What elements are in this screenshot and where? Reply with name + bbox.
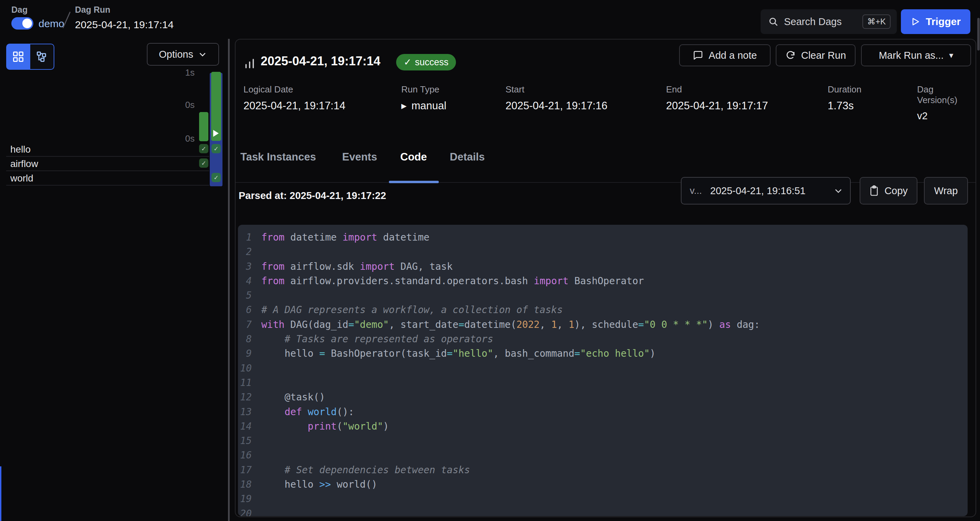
dag-name-link[interactable]: demo: [38, 18, 64, 30]
code-lines: 1from datetime import datetime23from air…: [238, 230, 967, 516]
task-instance-airflow-run1[interactable]: ✓: [199, 159, 208, 168]
view-mode-switcher: [6, 44, 54, 70]
code-line: 12 @task(): [238, 390, 967, 405]
code-line: 3from airflow.sdk import DAG, task: [238, 259, 967, 274]
top-bar: Dag demo Dag Run 2025-04-21, 19:17:14 Se…: [0, 0, 980, 39]
grid-view-button[interactable]: [6, 44, 30, 70]
wrap-button[interactable]: Wrap: [924, 177, 968, 205]
version-prefix: v...: [690, 185, 702, 196]
clipboard-icon: [869, 185, 879, 196]
bar-chart-icon: [243, 57, 256, 70]
code-line: 18 hello >> world(): [238, 477, 967, 492]
copy-label: Copy: [885, 185, 908, 197]
code-line: 5: [238, 288, 967, 303]
line-number: 18: [238, 477, 261, 492]
code-line: 8 # Tasks are represented as operators: [238, 332, 967, 346]
code-line: 11: [238, 376, 967, 390]
line-number: 13: [238, 405, 261, 419]
copy-button[interactable]: Copy: [860, 177, 917, 205]
trigger-button[interactable]: Trigger: [901, 9, 970, 34]
clear-run-button[interactable]: Clear Run: [776, 44, 856, 66]
line-number: 8: [238, 332, 261, 346]
code-line: 15: [238, 434, 967, 448]
row-divider: [6, 170, 209, 171]
row-divider: [6, 156, 209, 157]
task-instance-hello-run2[interactable]: ✓: [212, 144, 221, 153]
dag-version-select[interactable]: v... 2025-04-21, 19:16:51: [681, 177, 851, 205]
run-type-play-icon: ▶: [401, 102, 406, 110]
task-row-airflow[interactable]: airflow: [10, 159, 38, 170]
search-dags-input[interactable]: Search Dags ⌘+K: [760, 9, 897, 34]
mark-run-as-button[interactable]: Mark Run as... ▾: [861, 44, 971, 66]
code-line: 10: [238, 361, 967, 376]
search-shortcut-badge: ⌘+K: [862, 14, 891, 29]
version-value: 2025-04-21, 19:16:51: [710, 185, 805, 197]
code-line: 9 hello = BashOperator(task_id="hello", …: [238, 346, 967, 361]
tab-task-instances[interactable]: Task Instances: [240, 151, 316, 163]
code-line: 4from airflow.providers.standard.operato…: [238, 274, 967, 288]
left-edge-accent-line: [0, 466, 2, 521]
options-dropdown[interactable]: Options: [147, 43, 219, 66]
code-line: 6# A DAG represents a workflow, a collec…: [238, 303, 967, 317]
task-instance-world-run2[interactable]: ✓: [212, 173, 221, 182]
add-note-button[interactable]: Add a note: [679, 44, 771, 66]
tab-events[interactable]: Events: [342, 151, 377, 163]
search-icon: [768, 16, 778, 27]
clear-run-label: Clear Run: [801, 50, 846, 61]
meta-run-type: Run Type ▶ manual: [401, 84, 446, 112]
active-tab-indicator: [389, 181, 439, 183]
chevron-down-icon: [834, 186, 843, 195]
status-badge: ✓ success: [396, 54, 456, 70]
line-number: 16: [238, 448, 261, 462]
toggle-knob: [22, 19, 32, 28]
meta-end: End 2025-04-21, 19:17:17: [666, 84, 768, 112]
dag-run-panel: 2025-04-21, 19:17:14 ✓ success Add a not…: [235, 39, 976, 517]
note-icon: [693, 50, 703, 60]
meta-dag-versions: Dag Version(s) v2: [917, 84, 975, 122]
right-scrollbar-thumb[interactable]: [977, 18, 980, 51]
grid-icon: [12, 51, 24, 63]
line-number: 5: [238, 288, 261, 303]
dag-breadcrumb-label: Dag: [11, 5, 27, 15]
graph-icon: [36, 51, 48, 63]
caret-down-icon: ▾: [949, 51, 953, 60]
code-line: 19: [238, 492, 967, 506]
manual-run-marker-icon: [213, 130, 219, 137]
line-number: 10: [238, 361, 261, 376]
line-number: 7: [238, 318, 261, 332]
task-instance-hello-run1[interactable]: ✓: [199, 144, 208, 153]
grid-sidebar: Options 1s 0s 0s hello ✓ ✓ airflow ✓ wor…: [0, 39, 228, 521]
dag-run-label: Dag Run: [75, 5, 173, 15]
options-label: Options: [159, 49, 193, 60]
code-line: 20: [238, 507, 967, 516]
line-number: 20: [238, 507, 261, 516]
line-number: 19: [238, 492, 261, 506]
row-divider: [6, 185, 209, 186]
search-placeholder: Search Dags: [784, 16, 842, 27]
line-number: 2: [238, 245, 261, 259]
meta-logical-date: Logical Date 2025-04-21, 19:17:14: [243, 84, 345, 112]
add-note-label: Add a note: [709, 50, 757, 61]
dag-run-breadcrumb: Dag Run 2025-04-21, 19:17:14: [75, 5, 173, 30]
line-number: 9: [238, 346, 261, 361]
tab-code[interactable]: Code: [400, 151, 427, 163]
line-number: 4: [238, 274, 261, 288]
duration-tick-0s-a: 0s: [177, 100, 195, 110]
duration-tick-0s-b: 0s: [177, 133, 195, 144]
code-line: 17 # Set dependencies between tasks: [238, 463, 967, 477]
redo-icon: [785, 50, 796, 60]
line-number: 17: [238, 463, 261, 477]
line-number: 12: [238, 390, 261, 405]
code-line: 16: [238, 448, 967, 462]
gantt-bar-run-1[interactable]: [199, 112, 208, 141]
sidebar-resize-handle[interactable]: [228, 39, 230, 521]
line-number: 3: [238, 259, 261, 274]
graph-view-button[interactable]: [30, 44, 54, 70]
task-row-hello[interactable]: hello: [10, 144, 30, 155]
code-line: 7with DAG(dag_id="demo", start_date=date…: [238, 318, 967, 332]
task-row-world[interactable]: world: [10, 173, 33, 184]
dag-pause-toggle[interactable]: [11, 17, 33, 30]
tab-details[interactable]: Details: [450, 151, 485, 163]
line-number: 11: [238, 376, 261, 390]
code-line: 13 def world():: [238, 405, 967, 419]
